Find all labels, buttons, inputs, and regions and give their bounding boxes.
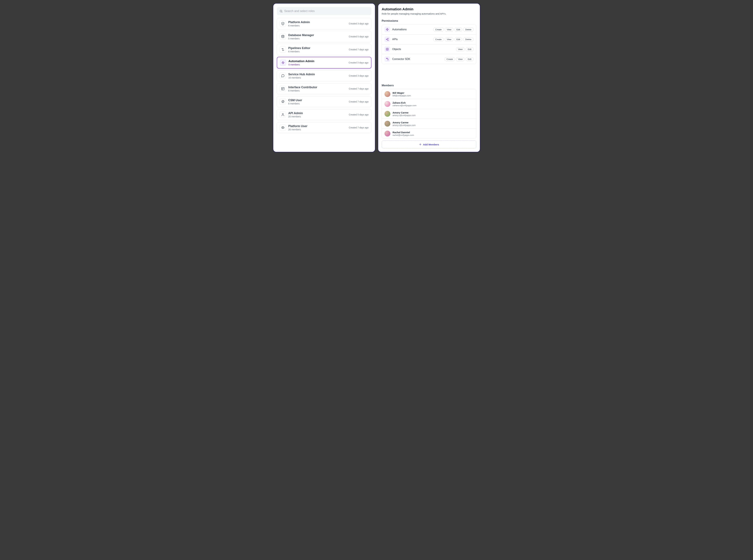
role-card[interactable]: Platform User 26 members Created 7 days … <box>277 122 371 133</box>
search-bar[interactable] <box>277 7 371 15</box>
permission-name: Automations <box>392 28 431 31</box>
permissions-label: Permissions <box>382 19 476 22</box>
bolt-icon <box>280 59 286 66</box>
member-row[interactable]: Zahara Esh zahara.e@unifyapps.com <box>382 99 476 109</box>
roles-panel: Platform Admin 6 members Created 3 days … <box>273 3 375 152</box>
permission-action-chip[interactable]: View <box>445 27 454 32</box>
avatar <box>384 101 390 107</box>
eye-icon <box>280 124 286 131</box>
role-name: Pipelines Editor <box>288 46 346 50</box>
database-icon <box>280 33 286 40</box>
permission-name: Connector SDK <box>392 58 442 61</box>
role-card[interactable]: CSM User 6 members Created 7 days ago <box>277 96 371 107</box>
search-icon <box>279 9 283 13</box>
member-email: amory.c@unifyapps.com <box>393 114 416 117</box>
member-email: amory.c@unifyapps.com <box>393 124 416 126</box>
role-created: Created 3 days ago <box>349 61 368 64</box>
search-input[interactable] <box>284 9 369 13</box>
role-name: Automation Admin <box>289 60 346 63</box>
sdk-icon <box>384 56 390 62</box>
permission-action-chip[interactable]: View <box>456 47 465 51</box>
svg-marker-3 <box>282 61 284 64</box>
role-members: 20 members <box>288 115 346 118</box>
role-created: Created 5 days ago <box>349 35 369 38</box>
svg-line-1 <box>281 12 282 12</box>
role-card[interactable]: Database Manager 5 members Created 5 day… <box>277 31 371 42</box>
plus-icon <box>419 143 422 146</box>
role-members: 6 members <box>288 89 346 92</box>
role-created: Created 7 days ago <box>349 87 369 90</box>
role-members: 6 members <box>288 102 346 105</box>
role-members: 5 members <box>289 63 346 66</box>
permission-action-chip[interactable]: Edit <box>454 27 462 32</box>
grid-icon <box>384 46 390 52</box>
role-card[interactable]: Interface Contributor 6 members Created … <box>277 83 371 94</box>
role-card[interactable]: Platform Admin 6 members Created 3 days … <box>277 18 371 29</box>
role-card[interactable]: Automation Admin 5 members Created 3 day… <box>277 57 371 68</box>
svg-marker-9 <box>386 28 389 31</box>
role-name: API Admin <box>288 112 346 115</box>
role-created: Created 7 days ago <box>349 100 369 103</box>
role-name: Platform Admin <box>288 21 346 24</box>
members-list: Bill Wager bill@unifyapps.com Zahara Esh… <box>382 89 476 139</box>
avatar <box>384 91 390 97</box>
permission-name: Objects <box>392 48 454 51</box>
permission-action-chip[interactable]: Edit <box>454 37 462 41</box>
avatar <box>384 121 390 126</box>
permissions-list: Automations CreateViewEditDelete APIs Cr… <box>382 24 476 64</box>
avatar <box>384 131 390 137</box>
permission-action-chip[interactable]: Create <box>444 57 455 61</box>
member-row[interactable]: Amory Carme amory.c@unifyapps.com <box>382 119 476 129</box>
permission-action-chip[interactable]: Create <box>433 27 444 32</box>
permission-actions: ViewEdit <box>456 47 473 51</box>
member-email: bill@unifyapps.com <box>393 94 411 97</box>
member-name: Rachel Danniel <box>393 131 414 134</box>
role-created: Created 3 days ago <box>349 22 369 25</box>
role-created: Created 7 days ago <box>349 126 369 129</box>
member-row[interactable]: Amory Carme amory.c@unifyapps.com <box>382 109 476 119</box>
permission-action-chip[interactable]: View <box>445 37 454 41</box>
member-name: Amory Carme <box>393 111 416 114</box>
svg-line-14 <box>387 40 388 40</box>
permission-row: APIs CreateViewEditDelete <box>382 35 476 44</box>
role-name: Interface Contributor <box>288 86 346 89</box>
bolt-icon <box>384 27 390 32</box>
add-members-label: Add Members <box>423 143 439 146</box>
role-created: Created 7 days ago <box>349 48 369 51</box>
role-card[interactable]: API Admin 20 members Created 5 days ago <box>277 109 371 120</box>
svg-rect-4 <box>281 87 284 90</box>
svg-point-8 <box>282 127 283 128</box>
permission-actions: CreateViewEdit <box>444 57 473 61</box>
role-created: Created 5 days ago <box>349 113 369 116</box>
permission-actions: CreateViewEditDelete <box>433 27 474 32</box>
permission-row: Connector SDK CreateViewEdit <box>382 54 476 64</box>
role-card[interactable]: Service Hub Admin 16 members Created 3 d… <box>277 70 371 81</box>
add-members-button[interactable]: Add Members <box>382 141 476 148</box>
permission-action-chip[interactable]: View <box>456 57 465 61</box>
pipeline-icon <box>280 46 286 53</box>
permission-action-chip[interactable]: Delete <box>463 37 474 41</box>
permission-row: Objects ViewEdit <box>382 44 476 54</box>
member-name: Zahara Esh <box>393 101 417 104</box>
chat-icon <box>280 73 286 79</box>
member-name: Amory Carme <box>393 121 416 124</box>
permission-action-chip[interactable]: Create <box>433 37 444 41</box>
role-members: 6 members <box>288 24 346 27</box>
permission-action-chip[interactable]: Edit <box>465 57 473 61</box>
member-row[interactable]: Bill Wager bill@unifyapps.com <box>382 89 476 99</box>
permission-actions: CreateViewEditDelete <box>433 37 474 41</box>
role-card[interactable]: Pipelines Editor 6 members Created 7 day… <box>277 44 371 55</box>
share-icon <box>384 37 390 42</box>
role-list: Platform Admin 6 members Created 3 days … <box>277 18 371 133</box>
layout-icon <box>280 85 286 92</box>
role-members: 16 members <box>288 76 346 79</box>
permission-action-chip[interactable]: Edit <box>465 47 473 51</box>
permission-action-chip[interactable]: Delete <box>463 27 474 32</box>
role-members: 6 members <box>288 50 346 53</box>
member-email: zahara.e@unifyapps.com <box>393 104 417 107</box>
badge-icon <box>280 98 286 105</box>
permission-row: Automations CreateViewEditDelete <box>382 25 476 35</box>
member-row[interactable]: Rachel Danniel rachel@unifyapps.com <box>382 129 476 138</box>
svg-line-13 <box>387 39 388 39</box>
svg-point-2 <box>281 35 284 36</box>
